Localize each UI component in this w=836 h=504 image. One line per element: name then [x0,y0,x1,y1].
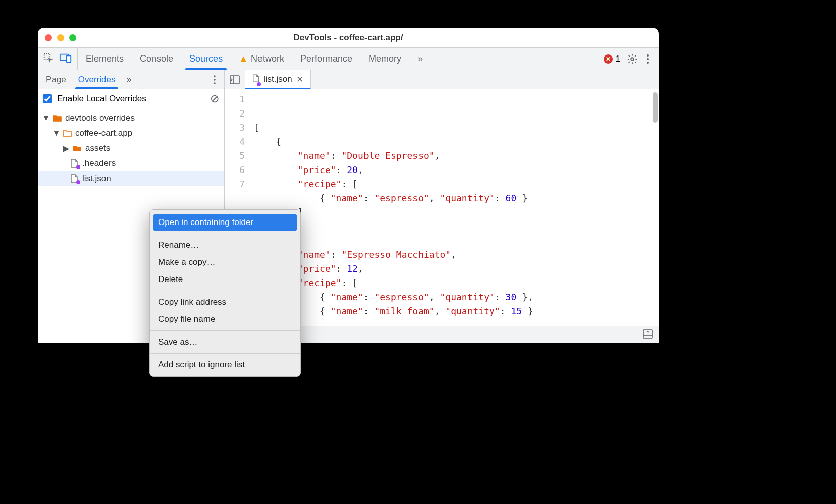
devtools-window: DevTools - coffee-cart.app/ Elements Con… [38,28,659,343]
tab-sources[interactable]: Sources [181,48,231,70]
titlebar: DevTools - coffee-cart.app/ [38,28,659,48]
svg-point-6 [647,62,649,64]
folder-icon [62,129,72,137]
tab-console[interactable]: Console [132,48,181,70]
error-icon: ✕ [604,54,613,64]
device-toggle-icon[interactable] [59,52,72,66]
tab-memory[interactable]: Memory [360,48,409,70]
tree-headers-file[interactable]: .headers [38,156,224,171]
svg-point-3 [631,58,634,61]
main-area: Page Overrides » Enable Local Overrides … [38,70,659,343]
tab-performance[interactable]: Performance [292,48,360,70]
toggle-navigator-icon[interactable] [225,70,245,89]
ctx-make-copy[interactable]: Make a copy… [150,254,300,271]
scrollbar-thumb[interactable] [653,92,658,123]
close-window-button[interactable] [45,34,52,41]
tab-network[interactable]: ▲ Network [231,48,292,70]
traffic-lights [45,34,76,41]
code-content[interactable]: [ { "name": "Double Espresso", "price": … [250,89,659,326]
context-menu: Open in containing folder Rename… Make a… [149,209,301,377]
ctx-add-ignore[interactable]: Add script to ignore list [150,356,300,373]
sidebar-tab-overrides[interactable]: Overrides [72,70,122,89]
main-toolbar: Elements Console Sources ▲ Network Perfo… [38,48,659,70]
sidebar-more-chevron[interactable]: » [121,70,136,89]
sidebar-tabs: Page Overrides » [38,70,224,89]
ctx-delete[interactable]: Delete [150,271,300,288]
svg-rect-2 [67,55,71,62]
clear-overrides-icon[interactable]: ⊘ [210,92,219,105]
svg-rect-10 [230,76,239,84]
file-icon [252,74,259,85]
close-tab-icon[interactable]: ✕ [296,74,303,85]
editor-tabbar: list.json ✕ [225,70,659,89]
settings-icon[interactable] [626,53,638,65]
zoom-window-button[interactable] [69,34,76,41]
ctx-rename[interactable]: Rename… [150,237,300,254]
tree-listjson-file[interactable]: list.json [38,171,224,186]
minimize-window-button[interactable] [57,34,64,41]
file-icon [69,159,79,168]
svg-point-4 [647,54,649,57]
tree-assets-folder[interactable]: ▶ assets [38,141,224,156]
svg-point-9 [214,82,216,84]
sidebar-tab-page[interactable]: Page [40,70,72,89]
override-dot-icon [76,165,80,169]
editor-file-tab[interactable]: list.json ✕ [245,70,311,89]
more-tabs-chevron[interactable]: » [409,48,431,70]
enable-overrides-row: Enable Local Overrides ⊘ [38,89,224,108]
tab-elements[interactable]: Elements [78,48,132,70]
ctx-save-as[interactable]: Save as… [150,333,300,351]
sidebar-kebab-icon[interactable] [205,70,224,89]
folder-icon [52,114,62,122]
inspect-icon[interactable] [43,52,54,66]
error-badge[interactable]: ✕ 1 [604,54,620,64]
warning-icon: ▲ [239,53,248,64]
enable-overrides-checkbox[interactable] [43,94,52,103]
ctx-open-containing-folder[interactable]: Open in containing folder [153,214,297,231]
svg-point-8 [214,79,216,81]
file-icon [69,174,79,183]
override-dot-icon [257,82,261,86]
show-drawer-icon[interactable] [643,329,653,341]
svg-point-7 [214,75,216,77]
enable-overrides-label: Enable Local Overrides [57,94,146,104]
folder-icon [72,144,82,152]
kebab-menu-icon[interactable] [644,53,652,65]
override-dot-icon [76,180,80,184]
svg-point-5 [647,58,649,60]
tree-domain-folder[interactable]: ▼ coffee-cart.app [38,126,224,141]
tree-root-folder[interactable]: ▼ devtools overrides [38,110,224,126]
ctx-copy-filename[interactable]: Copy file name [150,311,300,328]
window-title: DevTools - coffee-cart.app/ [38,33,659,43]
ctx-copy-link[interactable]: Copy link address [150,294,300,311]
